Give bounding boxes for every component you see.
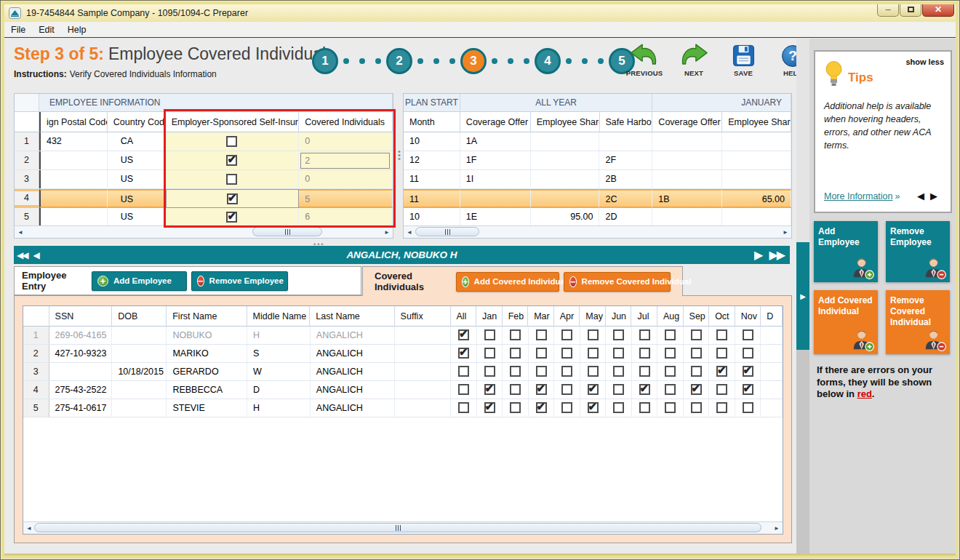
checkbox-cell[interactable] bbox=[529, 381, 555, 399]
checkbox-checked[interactable] bbox=[458, 329, 469, 340]
covered-row-2[interactable]: 2427-10-9323MARIKOSANGALICH bbox=[23, 345, 783, 363]
dec-cell[interactable] bbox=[761, 381, 783, 399]
checkbox-cell[interactable] bbox=[451, 327, 477, 344]
self-insured-checkbox-cell[interactable] bbox=[166, 208, 300, 226]
covered-row-5[interactable]: 5275-41-0617STEVIEHANGALICH bbox=[23, 399, 783, 417]
middle-name-cell[interactable]: W bbox=[247, 363, 311, 380]
step-circle-1[interactable]: 1 bbox=[312, 48, 338, 74]
checkbox-cell[interactable] bbox=[580, 399, 607, 417]
remove-covered-individual-button[interactable]: Remove Covered Individual bbox=[886, 290, 950, 354]
postal-code-cell[interactable] bbox=[39, 189, 108, 208]
checkbox-cell[interactable] bbox=[684, 363, 710, 380]
scroll-left-icon[interactable]: ◄ bbox=[405, 228, 414, 236]
checkbox[interactable] bbox=[226, 136, 237, 147]
first-name-cell[interactable]: MARIKO bbox=[167, 345, 247, 362]
checkbox[interactable] bbox=[691, 329, 702, 340]
checkbox[interactable] bbox=[458, 384, 469, 395]
checkbox-cell[interactable] bbox=[684, 345, 710, 362]
first-name-cell[interactable]: NOBUKO bbox=[167, 327, 247, 344]
checkbox-cell[interactable] bbox=[606, 363, 632, 380]
dob-cell[interactable] bbox=[112, 327, 167, 344]
last-name-cell[interactable]: ANGALICH bbox=[311, 345, 395, 362]
country-code-cell[interactable]: US bbox=[108, 170, 166, 188]
plan-row-1[interactable]: 101A bbox=[404, 132, 791, 151]
plan-cell[interactable] bbox=[531, 189, 600, 208]
checkbox-cell[interactable] bbox=[451, 345, 477, 362]
plan-cell[interactable]: 10 bbox=[404, 208, 460, 226]
menu-help[interactable]: Help bbox=[61, 23, 93, 37]
scrollbar-thumb[interactable] bbox=[415, 227, 479, 236]
employee-row-2[interactable]: 2US2 bbox=[15, 151, 393, 170]
checkbox-cell[interactable] bbox=[632, 345, 658, 362]
remove-covered-individual-button[interactable]: − Remove Covered Individual bbox=[564, 272, 671, 292]
maximize-button[interactable] bbox=[900, 3, 921, 17]
self-insured-checkbox-cell[interactable] bbox=[166, 170, 300, 188]
dob-cell[interactable] bbox=[112, 345, 167, 362]
menu-file[interactable]: File bbox=[4, 23, 32, 37]
checkbox[interactable] bbox=[691, 348, 702, 359]
checkbox-cell[interactable] bbox=[657, 345, 684, 362]
checkbox-cell[interactable] bbox=[709, 327, 735, 344]
add-employee-button[interactable]: Add Employee bbox=[814, 221, 878, 282]
checkbox[interactable] bbox=[561, 366, 572, 377]
plan-cell[interactable]: 2B bbox=[599, 170, 652, 188]
checkbox[interactable] bbox=[665, 348, 676, 359]
covered-individuals-cell[interactable]: 0 bbox=[299, 170, 393, 188]
checkbox-cell[interactable] bbox=[709, 363, 735, 380]
ssn-cell[interactable]: 269-06-4165 bbox=[49, 327, 113, 344]
checkbox-checked[interactable] bbox=[691, 384, 702, 395]
checkbox-checked[interactable] bbox=[226, 212, 237, 223]
plan-cell[interactable] bbox=[599, 132, 652, 151]
checkbox-cell[interactable] bbox=[709, 399, 735, 417]
checkbox[interactable] bbox=[691, 402, 702, 413]
plan-cell[interactable] bbox=[460, 189, 531, 208]
checkbox-cell[interactable] bbox=[503, 327, 529, 344]
first-name-cell[interactable]: GERARDO bbox=[167, 363, 247, 380]
checkbox-cell[interactable] bbox=[503, 345, 529, 362]
checkbox[interactable] bbox=[588, 366, 599, 377]
dec-cell[interactable] bbox=[761, 327, 783, 344]
checkbox[interactable] bbox=[716, 402, 727, 413]
middle-name-cell[interactable]: D bbox=[247, 381, 311, 399]
covered-row-3[interactable]: 310/18/2015GERARDOWANGALICH bbox=[23, 363, 783, 381]
dec-cell[interactable] bbox=[761, 345, 783, 362]
first-name-cell[interactable]: REBBECCA bbox=[167, 381, 247, 399]
plan-cell[interactable]: 10 bbox=[404, 132, 460, 151]
checkbox-cell[interactable] bbox=[477, 327, 503, 344]
last-name-cell[interactable]: ANGALICH bbox=[311, 381, 395, 399]
previous-button[interactable]: PREVIOUS bbox=[625, 41, 664, 77]
scrollbar-thumb[interactable] bbox=[34, 523, 761, 532]
checkbox[interactable] bbox=[639, 402, 650, 413]
close-button[interactable]: ✕ bbox=[922, 3, 954, 17]
plan-cell[interactable] bbox=[652, 208, 722, 226]
checkbox-checked[interactable] bbox=[226, 155, 237, 166]
checkbox[interactable] bbox=[691, 366, 702, 377]
checkbox-cell[interactable] bbox=[684, 327, 710, 344]
covered-individuals-cell[interactable]: 5 bbox=[299, 189, 393, 208]
horizontal-scrollbar[interactable]: ◄► bbox=[404, 225, 791, 238]
checkbox[interactable] bbox=[665, 402, 676, 413]
postal-code-cell[interactable] bbox=[39, 208, 108, 226]
checkbox-checked[interactable] bbox=[484, 402, 495, 413]
checkbox[interactable] bbox=[510, 348, 521, 359]
checkbox[interactable] bbox=[716, 384, 727, 395]
checkbox-cell[interactable] bbox=[580, 381, 607, 399]
checkbox-cell[interactable] bbox=[657, 363, 684, 380]
checkbox-cell[interactable] bbox=[554, 399, 580, 417]
checkbox-cell[interactable] bbox=[503, 399, 529, 417]
plan-cell[interactable]: 95.00 bbox=[531, 208, 600, 226]
checkbox-checked[interactable] bbox=[484, 384, 495, 395]
checkbox-cell[interactable] bbox=[503, 381, 529, 399]
plan-cell[interactable]: 2F bbox=[599, 151, 652, 169]
dob-cell[interactable] bbox=[112, 381, 167, 399]
suffix-cell[interactable] bbox=[395, 363, 451, 380]
last-name-cell[interactable]: ANGALICH bbox=[311, 399, 395, 417]
plan-cell[interactable] bbox=[722, 132, 791, 151]
checkbox[interactable] bbox=[613, 366, 624, 377]
minimize-button[interactable]: ─ bbox=[877, 3, 899, 17]
checkbox[interactable] bbox=[536, 329, 547, 340]
add-employee-button[interactable]: + Add Employee bbox=[92, 271, 187, 291]
checkbox-cell[interactable] bbox=[632, 381, 658, 399]
checkbox-cell[interactable] bbox=[451, 363, 477, 380]
checkbox-checked[interactable] bbox=[536, 384, 547, 395]
